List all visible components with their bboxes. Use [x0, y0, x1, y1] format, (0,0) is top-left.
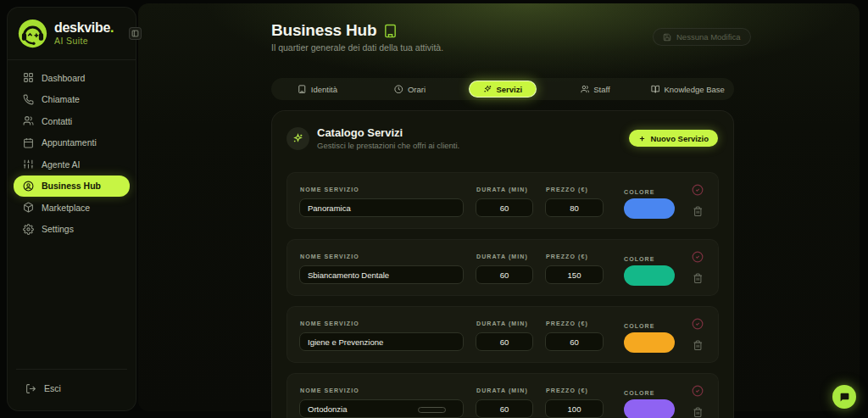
tab-label: Identità [311, 85, 337, 94]
sidebar-item-label: Contatti [42, 116, 72, 126]
catalog-header: Catalogo Servizi Gestisci le prestazioni… [272, 111, 733, 150]
check-circle-icon[interactable] [692, 251, 704, 263]
tab-identita[interactable]: Identità [271, 78, 364, 100]
check-circle-icon[interactable] [692, 318, 704, 330]
sidebar-item-label: Appuntamenti [42, 137, 97, 148]
scroll-indicator[interactable] [418, 407, 446, 413]
service-color-swatch[interactable] [624, 332, 675, 353]
color-field-label: COLORE [624, 390, 655, 396]
sidebar-item-label: Marketplace [42, 203, 90, 213]
service-name-input[interactable] [299, 198, 464, 217]
service-color-swatch[interactable] [624, 265, 675, 286]
tab-label: Orari [408, 85, 426, 94]
tab-knowledge-base[interactable]: Knowledge Base [642, 78, 734, 100]
service-name-input[interactable] [299, 265, 464, 284]
name-field-label: NOME SERVIZIO [300, 187, 359, 192]
service-row: NOME SERVIZIO DURATA (MIN) PREZZO (€) CO… [287, 306, 719, 363]
trash-icon[interactable] [693, 271, 704, 282]
duration-field-label: DURATA (MIN) [476, 187, 528, 192]
app-window: deskvibe. AI Suite Dashboard Chiamate Co… [0, 0, 868, 418]
save-icon [663, 33, 671, 42]
brand-dot: . [110, 20, 114, 35]
catalog-subtitle: Gestisci le prestazioni che offri ai cli… [317, 141, 459, 150]
page-subtitle: Il quartier generale dei dati della tua … [271, 42, 443, 53]
sidebar-item-business-hub[interactable]: Business Hub [14, 176, 130, 198]
chat-fab-button[interactable] [832, 385, 856, 409]
brand-name: deskvibe [54, 20, 110, 35]
save-status-button[interactable]: Nessuna Modifica [653, 28, 751, 46]
brand-logo: deskvibe. AI Suite [8, 8, 136, 58]
service-color-swatch[interactable] [624, 399, 675, 418]
sidebar-item-marketplace[interactable]: Marketplace [14, 197, 130, 219]
duration-field-label: DURATA (MIN) [476, 320, 528, 326]
service-name-input[interactable] [299, 332, 464, 351]
tab-label: Servizi [496, 85, 522, 94]
service-color-swatch[interactable] [624, 198, 675, 219]
service-duration-input[interactable] [476, 332, 533, 351]
mascot-logo-icon [18, 19, 47, 48]
tab-label: Staff [593, 85, 609, 94]
sidebar-item-appuntamenti[interactable]: Appuntamenti [14, 132, 130, 154]
book-icon [651, 85, 660, 94]
service-price-input[interactable] [545, 198, 604, 217]
page-title: Business Hub [271, 21, 376, 40]
tab-orari[interactable]: Orari [364, 78, 456, 100]
name-field-label: NOME SERVIZIO [300, 320, 359, 326]
sidebar-item-contatti[interactable]: Contatti [14, 110, 130, 132]
tab-bar: Identità Orari Servizi Staff Knowledge B… [271, 78, 734, 100]
service-row: NOME SERVIZIO DURATA (MIN) PREZZO (€) CO… [287, 373, 719, 418]
plus-icon [638, 135, 646, 142]
name-field-label: NOME SERVIZIO [300, 387, 359, 393]
trash-icon[interactable] [693, 204, 704, 215]
service-price-input[interactable] [545, 399, 604, 418]
sidebar-collapse-button[interactable] [129, 27, 142, 40]
price-field-label: PREZZO (€) [546, 254, 588, 259]
logout-label: Esci [44, 383, 61, 393]
name-field-label: NOME SERVIZIO [300, 254, 359, 259]
sidebar-item-label: Dashboard [42, 73, 85, 83]
trash-icon[interactable] [693, 338, 704, 349]
trash-icon[interactable] [693, 405, 704, 416]
logout-button[interactable]: Esci [19, 378, 124, 400]
sidebar-item-dashboard[interactable]: Dashboard [14, 67, 130, 89]
logout-icon [25, 383, 36, 394]
sidebar-footer: Esci [16, 369, 127, 404]
user-circle-icon [23, 181, 34, 192]
sidebar-item-label: Agente AI [42, 159, 81, 170]
price-field-label: PREZZO (€) [546, 320, 588, 326]
service-price-input[interactable] [545, 265, 604, 284]
phone-icon [23, 94, 34, 105]
service-duration-input[interactable] [476, 198, 533, 217]
service-duration-input[interactable] [476, 265, 533, 284]
color-field-label: COLORE [624, 256, 655, 262]
price-field-label: PREZZO (€) [546, 387, 588, 393]
chat-bubble-icon [839, 392, 850, 403]
tab-label: Knowledge Base [664, 85, 724, 94]
color-field-label: COLORE [624, 323, 655, 329]
check-circle-icon[interactable] [692, 184, 704, 196]
catalog-title: Catalogo Servizi [317, 126, 459, 139]
sidebar-item-settings[interactable]: Settings [14, 219, 130, 241]
sidebar-item-agente-ai[interactable]: Agente AI [14, 153, 130, 176]
sidebar-item-chiamate[interactable]: Chiamate [14, 89, 130, 111]
sliders-icon [23, 159, 34, 170]
building-icon [383, 24, 398, 38]
grid-icon [23, 72, 34, 83]
building-icon [298, 85, 307, 94]
catalog-panel: Catalogo Servizi Gestisci le prestazioni… [271, 110, 734, 418]
service-list: NOME SERVIZIO DURATA (MIN) PREZZO (€) CO… [287, 172, 719, 418]
sidebar-item-label: Settings [42, 224, 74, 234]
check-circle-icon[interactable] [692, 385, 704, 397]
sidebar-divider [8, 59, 136, 60]
service-duration-input[interactable] [476, 399, 533, 418]
users-icon [23, 115, 34, 126]
service-price-input[interactable] [545, 332, 604, 351]
duration-field-label: DURATA (MIN) [476, 387, 528, 393]
panel-left-icon [131, 30, 139, 37]
sidebar-item-label: Business Hub [42, 181, 101, 191]
price-field-label: PREZZO (€) [546, 187, 588, 192]
tab-servizi[interactable]: Servizi [456, 78, 548, 100]
brand-text: deskvibe. AI Suite [54, 21, 114, 46]
add-service-button[interactable]: Nuovo Servizio [629, 130, 718, 147]
tab-staff[interactable]: Staff [549, 78, 642, 100]
